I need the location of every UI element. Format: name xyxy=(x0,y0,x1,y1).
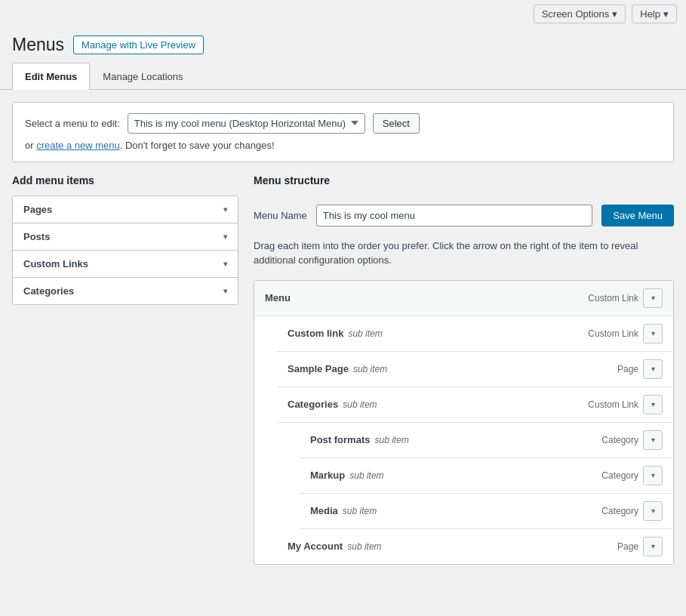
chevron-down-icon: ▾ xyxy=(223,260,227,268)
item-expand-button[interactable]: ▾ xyxy=(643,395,663,414)
instruction-text: Drag each item into the order you prefer… xyxy=(254,239,674,268)
accordion-label-custom-links: Custom Links xyxy=(23,258,88,270)
menu-select-row: Select a menu to edit: This is my cool m… xyxy=(25,113,661,134)
screen-options-chevron-icon: ▾ xyxy=(612,8,617,20)
menu-items-container: Menu Custom Link ▾ Custom link sub item … xyxy=(254,280,674,565)
live-preview-button[interactable]: Manage with Live Preview xyxy=(73,35,204,54)
menu-item-sub-label: sub item xyxy=(374,435,408,445)
accordion-header-custom-links[interactable]: Custom Links ▾ xyxy=(13,251,238,277)
menu-item-right: Page ▾ xyxy=(617,359,663,379)
item-type-label: Page xyxy=(617,364,638,374)
menu-name-input[interactable] xyxy=(316,205,592,226)
item-type-label: Category xyxy=(601,470,638,481)
menu-header-expand-button[interactable]: ▾ xyxy=(643,288,663,308)
accordion-item-pages: Pages ▾ xyxy=(13,196,238,223)
menu-item-left: Markup sub item xyxy=(310,470,384,481)
menu-select-dropdown[interactable]: This is my cool menu (Desktop Horizontal… xyxy=(128,113,365,134)
table-row: My Account sub item Page ▾ xyxy=(277,529,673,564)
menu-item-right: Page ▾ xyxy=(617,537,663,556)
right-column: Menu structure Menu Name Save Menu Drag … xyxy=(254,174,674,565)
menu-structure-title: Menu structure xyxy=(254,174,330,186)
save-menu-button[interactable]: Save Menu xyxy=(601,205,674,226)
new-menu-prefix: or xyxy=(25,140,36,151)
item-type-label: Category xyxy=(601,435,638,445)
accordion-item-categories: Categories ▾ xyxy=(13,278,238,304)
menu-item-left: Categories sub item xyxy=(288,399,377,410)
page-header: Menus Manage with Live Preview xyxy=(0,28,686,63)
menu-item-left: Sample Page sub item xyxy=(288,363,387,374)
accordion-label-categories: Categories xyxy=(23,285,74,297)
menu-item-sub-label: sub item xyxy=(349,470,383,481)
menu-item-sub-label: sub item xyxy=(347,541,381,552)
item-expand-button[interactable]: ▾ xyxy=(643,537,663,556)
table-row: Sample Page sub item Page ▾ xyxy=(277,352,673,387)
table-row: Categories sub item Custom Link ▾ xyxy=(277,387,673,423)
menu-header-label: Menu xyxy=(265,292,291,303)
item-type-label: Custom Link xyxy=(588,328,638,339)
add-menu-items-title: Add menu items xyxy=(12,174,238,186)
tabs-bar: Edit Menus Manage Locations xyxy=(0,63,686,90)
menu-item-name: Categories xyxy=(288,399,338,410)
help-chevron-icon: ▾ xyxy=(663,8,669,20)
menu-item-name: Markup xyxy=(310,470,345,481)
table-row: Custom link sub item Custom Link ▾ xyxy=(277,316,673,352)
menu-item-left: Custom link sub item xyxy=(288,328,383,339)
menu-item-right: Category ▾ xyxy=(601,466,663,485)
table-row: Post formats sub item Category ▾ xyxy=(300,423,673,458)
chevron-down-icon: ▾ xyxy=(223,233,227,241)
item-expand-button[interactable]: ▾ xyxy=(643,359,663,379)
new-menu-row: or create a new menu. Don't forget to sa… xyxy=(25,140,661,151)
chevron-down-icon: ▾ xyxy=(223,205,227,214)
select-button[interactable]: Select xyxy=(373,113,420,134)
menu-item-name: Custom link xyxy=(288,328,343,339)
menu-structure-header: Menu structure xyxy=(254,174,674,196)
item-type-label: Page xyxy=(617,541,638,552)
menu-item-sub-label: sub item xyxy=(348,328,382,339)
item-expand-button[interactable]: ▾ xyxy=(643,466,663,485)
menu-item-name: Sample Page xyxy=(288,363,349,374)
page-title: Menus xyxy=(12,34,64,57)
create-new-menu-link[interactable]: create a new menu xyxy=(36,140,120,151)
menu-item-right: Category ▾ xyxy=(601,430,663,450)
menu-header-type: Custom Link xyxy=(588,293,638,303)
item-type-label: Custom Link xyxy=(588,399,638,410)
new-menu-suffix: . Don't forget to save your changes! xyxy=(120,140,275,151)
screen-options-label: Screen Options xyxy=(542,8,610,20)
accordion-header-categories[interactable]: Categories ▾ xyxy=(13,278,238,304)
menu-item-sub-label: sub item xyxy=(343,399,377,410)
table-row: Markup sub item Category ▾ xyxy=(300,458,673,494)
accordion-item-custom-links: Custom Links ▾ xyxy=(13,251,238,278)
menu-select-box: Select a menu to edit: This is my cool m… xyxy=(12,102,674,162)
menu-select-label: Select a menu to edit: xyxy=(25,118,120,129)
help-button[interactable]: Help ▾ xyxy=(632,5,677,23)
accordion-header-pages[interactable]: Pages ▾ xyxy=(13,196,238,223)
left-column: Add menu items Pages ▾ Posts ▾ Cu xyxy=(12,174,238,305)
menu-item-name: Post formats xyxy=(310,434,370,445)
help-label: Help xyxy=(640,8,660,20)
menu-name-label: Menu Name xyxy=(254,210,307,221)
accordion-item-posts: Posts ▾ xyxy=(13,223,238,251)
item-expand-button[interactable]: ▾ xyxy=(643,324,663,343)
menu-header-right: Custom Link ▾ xyxy=(588,288,663,308)
top-bar: Screen Options ▾ Help ▾ xyxy=(0,0,686,28)
menu-item-left: Post formats sub item xyxy=(310,434,409,445)
screen-options-button[interactable]: Screen Options ▾ xyxy=(534,5,626,23)
menu-item-right: Category ▾ xyxy=(601,501,663,521)
main-content: Select a menu to edit: This is my cool m… xyxy=(0,90,686,577)
tab-edit-menus[interactable]: Edit Menus xyxy=(12,63,90,90)
accordion-label-posts: Posts xyxy=(23,231,50,242)
menu-item-right: Custom Link ▾ xyxy=(588,395,663,414)
item-expand-button[interactable]: ▾ xyxy=(643,501,663,521)
item-type-label: Category xyxy=(601,506,638,516)
menu-item-left: Media sub item xyxy=(310,505,377,516)
table-row: Media sub item Category ▾ xyxy=(300,494,673,529)
tab-manage-locations[interactable]: Manage Locations xyxy=(90,63,195,90)
menu-name-row: Menu Name Save Menu xyxy=(254,205,674,226)
menu-item-sub-label: sub item xyxy=(353,364,387,374)
accordion-header-posts[interactable]: Posts ▾ xyxy=(13,223,238,250)
item-expand-button[interactable]: ▾ xyxy=(643,430,663,450)
accordion: Pages ▾ Posts ▾ Custom Links ▾ xyxy=(12,196,238,305)
menu-item-sub-label: sub item xyxy=(343,506,377,516)
menu-header-row: Menu Custom Link ▾ xyxy=(254,281,673,316)
two-col-layout: Add menu items Pages ▾ Posts ▾ Cu xyxy=(12,174,674,565)
